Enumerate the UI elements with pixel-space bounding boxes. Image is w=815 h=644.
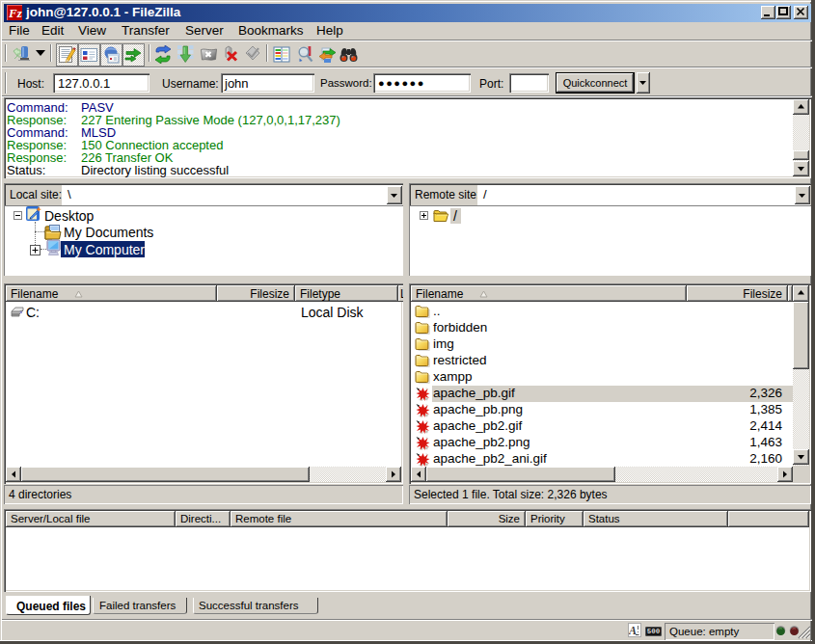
svg-text:Fz: Fz bbox=[8, 6, 22, 20]
svg-text:A: A bbox=[629, 624, 637, 636]
